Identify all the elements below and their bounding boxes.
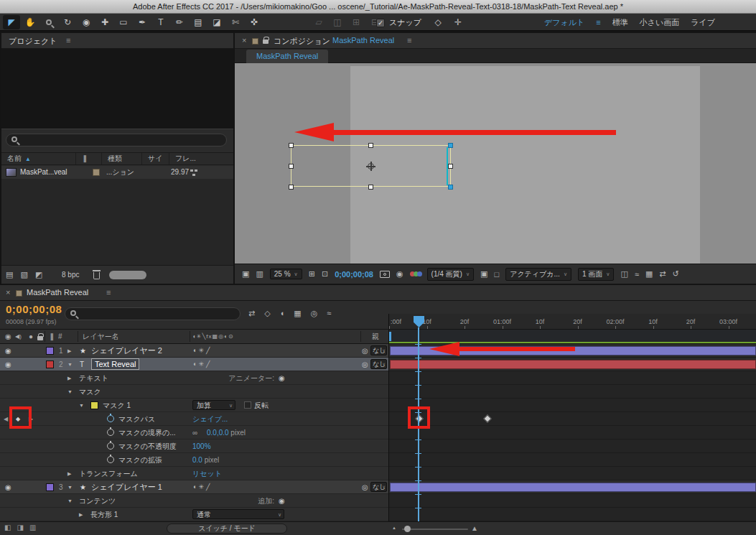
selection-tool[interactable]: ◤: [3, 15, 20, 29]
column-header-name[interactable]: 名前▲: [1, 153, 76, 164]
panel-menu-icon[interactable]: ≡: [66, 36, 70, 45]
eye-icon[interactable]: ◉: [5, 480, 11, 494]
eye-icon[interactable]: ◉: [5, 344, 11, 358]
property-name[interactable]: マスクの不透明度: [118, 439, 177, 453]
timeline-row-6[interactable]: マスクの境界の...∞0.0,0.0 pixel: [0, 426, 388, 439]
mask-vertex-handle[interactable]: [368, 185, 373, 190]
timeline-zoom-track[interactable]: [402, 529, 468, 530]
label-color-chip[interactable]: [46, 483, 54, 491]
workspace-tab-2[interactable]: 小さい画面: [640, 17, 680, 28]
stopwatch-icon[interactable]: [107, 456, 114, 463]
layer-name[interactable]: Text Reveal: [91, 358, 139, 370]
current-timecode[interactable]: 0;00;00;08: [6, 303, 62, 315]
property-value[interactable]: シェイプ...: [192, 412, 228, 426]
property-value[interactable]: 0.0 pixel: [192, 453, 219, 467]
column-header-type[interactable]: 種類: [102, 153, 142, 164]
composition-panel-header[interactable]: × コンポジション MaskPath Reveal ≡: [235, 33, 756, 49]
panel-menu-icon[interactable]: ≡: [106, 288, 111, 297]
flowchart-button-icon[interactable]: ⇄: [659, 269, 666, 279]
collapse-triangle-icon[interactable]: ▼: [67, 480, 73, 494]
region-of-interest-icon[interactable]: ▣: [480, 269, 487, 279]
composition-viewer[interactable]: [235, 63, 756, 264]
property-group-name[interactable]: マスク: [79, 385, 101, 399]
layer-switches[interactable]: ◖✳╱: [192, 358, 212, 371]
project-scrollbar-thumb[interactable]: [109, 271, 146, 279]
graph-editor-icon[interactable]: ≈: [327, 309, 331, 318]
view-layout-dropdown[interactable]: 1 画面∨: [578, 268, 614, 281]
timeline-button-icon[interactable]: ▦: [645, 269, 653, 279]
add-menu-icon[interactable]: ◉: [279, 494, 285, 508]
clone-stamp-tool[interactable]: ▤: [190, 15, 207, 29]
show-channel-icon[interactable]: [410, 270, 421, 278]
rotation-tool[interactable]: ↻: [59, 15, 76, 29]
eye-icon[interactable]: ◉: [5, 358, 11, 371]
reset-exposure-icon[interactable]: ↺: [673, 269, 679, 279]
expand-triangle-icon[interactable]: ▶: [67, 344, 71, 358]
puppet-pin-tool[interactable]: ✜: [246, 15, 263, 29]
timeline-row-7[interactable]: マスクの不透明度100%: [0, 439, 388, 453]
label-color-chip[interactable]: [46, 347, 54, 355]
expand-triangle-icon[interactable]: ▶: [67, 371, 71, 385]
stopwatch-icon[interactable]: [107, 442, 114, 450]
item-name[interactable]: MaskPat...veal: [20, 166, 67, 179]
timeline-row-2[interactable]: ▶テキストアニメーター:◉: [0, 371, 388, 385]
timeline-row-8[interactable]: マスクの拡張0.0 pixel: [0, 453, 388, 467]
timeline-row-4[interactable]: ▼マスク 1加算∨反転: [0, 399, 388, 412]
stopwatch-icon[interactable]: [107, 415, 114, 422]
timeline-panel-header[interactable]: × MaskPath Reveal ≡: [0, 285, 756, 301]
collapse-triangle-icon[interactable]: ▼: [67, 358, 73, 371]
delete-icon[interactable]: [93, 272, 100, 279]
tl-ruler[interactable]: :00f10f20f01:00f10f20f02:00f10f20f03:00f: [388, 314, 756, 329]
snap-option-icon-2[interactable]: ✛: [449, 15, 467, 29]
collapse-triangle-icon[interactable]: ▼: [67, 494, 73, 508]
close-icon[interactable]: ×: [242, 36, 246, 45]
mask-visibility-icon[interactable]: ⊡: [322, 269, 328, 279]
workspace-menu-icon[interactable]: ≡: [596, 18, 600, 27]
zoom-tool[interactable]: [40, 15, 57, 29]
timeline-zoom-knob[interactable]: [404, 526, 411, 532]
draft-3d-icon[interactable]: ◇: [264, 309, 270, 318]
property-name[interactable]: マスクパス: [118, 412, 155, 426]
parent-pickwhip-icon[interactable]: ◎: [362, 480, 368, 494]
layer-name[interactable]: シェイプレイヤー 1: [91, 480, 162, 494]
parent-dropdown[interactable]: なし∨: [370, 359, 387, 369]
take-snapshot-icon[interactable]: [380, 271, 390, 278]
collapse-triangle-icon[interactable]: ▼: [67, 385, 73, 399]
motion-blur-icon[interactable]: ◎: [311, 309, 318, 318]
parent-pickwhip-icon[interactable]: ◎: [362, 344, 368, 358]
item-label-chip[interactable]: [93, 169, 100, 176]
unified-camera-tool[interactable]: ◉: [78, 15, 95, 29]
shape-group-name[interactable]: 長方形 1: [90, 508, 118, 521]
mask-vertex-handle-selected[interactable]: [448, 185, 453, 190]
workspace-tab-0[interactable]: デフォルト: [544, 17, 584, 28]
layer-switches[interactable]: ◖✳╱: [192, 480, 212, 494]
always-preview-icon[interactable]: ▣: [242, 269, 249, 279]
timeline-search-box[interactable]: [65, 307, 241, 320]
interpret-footage-icon[interactable]: ▤: [6, 270, 13, 279]
project-tab-label[interactable]: プロジェクト: [9, 36, 57, 47]
timeline-row-1[interactable]: ◉2▼TText Reveal◖✳╱◎なし∨: [0, 358, 388, 371]
label-color-chip[interactable]: [46, 360, 54, 368]
add-menu-icon[interactable]: ◉: [279, 371, 285, 385]
column-header-fps[interactable]: フレ...: [169, 153, 233, 164]
property-group-name[interactable]: トランスフォーム: [79, 467, 138, 480]
primary-viewer-icon[interactable]: ▥: [256, 269, 263, 279]
mask-vertex-handle[interactable]: [289, 143, 294, 148]
keyframe-diamond[interactable]: [483, 414, 491, 422]
parent-pickwhip-icon[interactable]: ◎: [362, 358, 368, 371]
hand-tool[interactable]: ✋: [22, 15, 39, 29]
workspace-tab-1[interactable]: 標準: [612, 17, 628, 28]
layer-duration-bar[interactable]: [390, 483, 756, 492]
column-header-label[interactable]: ❚: [76, 153, 102, 164]
parent-dropdown[interactable]: なし∨: [370, 345, 387, 355]
pan-behind-tool[interactable]: ✚: [96, 15, 113, 29]
layer-name-column-label[interactable]: レイヤー名: [83, 330, 119, 343]
layer-duration-bar[interactable]: [390, 360, 756, 369]
project-search-box[interactable]: [6, 134, 227, 146]
expand-triangle-icon[interactable]: ▶: [67, 467, 71, 480]
zoom-out-mountain-icon[interactable]: ▲: [392, 526, 396, 530]
layer-switches[interactable]: ◖✳╱: [192, 344, 212, 358]
layer-name[interactable]: シェイプレイヤー 2: [91, 344, 162, 358]
timeline-row-5[interactable]: ◀◆▶マスクパスシェイプ...: [0, 412, 388, 426]
timeline-row-3[interactable]: ▼マスク: [0, 385, 388, 399]
